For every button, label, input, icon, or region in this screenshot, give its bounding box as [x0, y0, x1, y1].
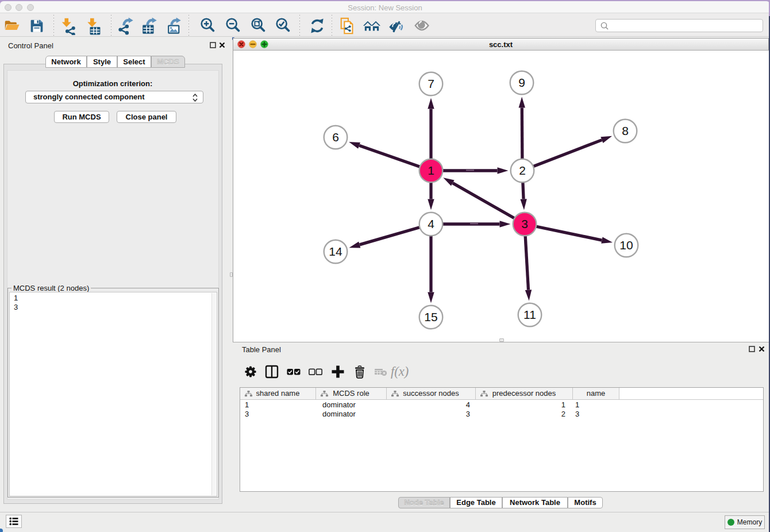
svg-text:10: 10	[619, 238, 633, 252]
svg-text:4: 4	[428, 217, 434, 230]
svg-text:6: 6	[332, 130, 339, 144]
svg-text:14: 14	[329, 245, 342, 258]
svg-text:15: 15	[424, 310, 437, 323]
svg-text:7: 7	[428, 77, 434, 90]
svg-text:8: 8	[622, 124, 629, 137]
svg-text:9: 9	[518, 76, 525, 89]
svg-text:1: 1	[428, 164, 434, 177]
svg-text:3: 3	[521, 217, 528, 230]
svg-text:11: 11	[523, 308, 536, 321]
svg-text:2: 2	[519, 164, 526, 177]
